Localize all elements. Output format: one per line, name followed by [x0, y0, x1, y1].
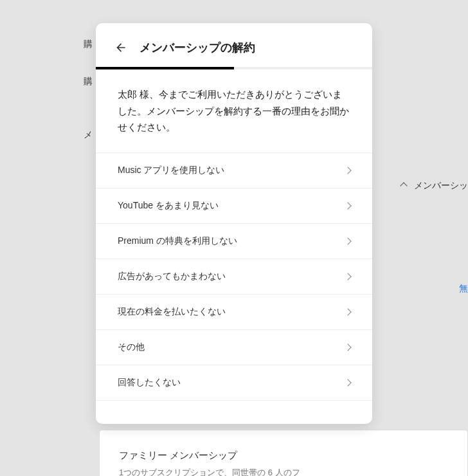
footer-credit: Buzzword Inc. — [415, 455, 463, 464]
reason-item-premium[interactable]: Premium の特典を利用しない — [96, 223, 372, 259]
chevron-right-icon — [344, 237, 351, 244]
chevron-right-icon — [344, 202, 351, 209]
chevron-right-icon — [344, 379, 351, 386]
chevron-right-icon — [344, 273, 351, 280]
modal-header: メンバーシップの解約 — [96, 23, 372, 67]
chevron-right-icon — [344, 343, 351, 351]
reason-item-price[interactable]: 現在の料金を払いたくない — [96, 294, 372, 329]
reason-label: Music アプリを使用しない — [118, 165, 224, 176]
arrow-left-icon — [114, 41, 127, 54]
reason-item-ads[interactable]: 広告があってもかまわない — [96, 259, 372, 294]
reason-label: その他 — [118, 342, 145, 353]
reason-list: Music アプリを使用しない YouTube をあまり見ない Premium … — [96, 152, 372, 401]
reason-item-other[interactable]: その他 — [96, 329, 372, 365]
back-button[interactable] — [114, 41, 128, 55]
modal-overlay: メンバーシップの解約 太郎 様、今までご利用いただきありがとうございました。メン… — [0, 0, 468, 476]
modal-title: メンバーシップの解約 — [140, 40, 255, 55]
reason-item-music[interactable]: Music アプリを使用しない — [96, 152, 372, 188]
reason-label: 広告があってもかまわない — [118, 271, 226, 282]
reason-label: 現在の料金を払いたくない — [118, 306, 226, 318]
cancel-membership-modal: メンバーシップの解約 太郎 様、今までご利用いただきありがとうございました。メン… — [96, 23, 372, 424]
reason-item-no-answer[interactable]: 回答したくない — [96, 365, 372, 401]
modal-message: 太郎 様、今までご利用いただきありがとうございました。メンバーシップを解約する一… — [96, 69, 372, 152]
chevron-right-icon — [344, 308, 351, 315]
reason-label: YouTube をあまり見ない — [118, 200, 219, 212]
chevron-right-icon — [344, 167, 351, 174]
reason-item-youtube[interactable]: YouTube をあまり見ない — [96, 188, 372, 223]
reason-label: Premium の特典を利用しない — [118, 235, 237, 247]
modal-bottom-spacer — [96, 401, 372, 424]
reason-label: 回答したくない — [118, 377, 181, 389]
